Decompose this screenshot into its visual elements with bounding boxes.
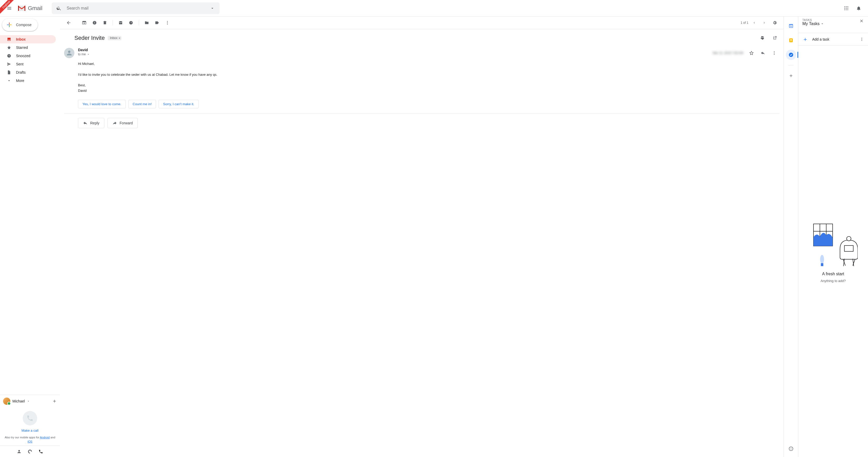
caret-down-icon (820, 22, 824, 26)
svg-point-8 (847, 9, 848, 10)
tasks-addon-button[interactable] (786, 50, 796, 60)
gmail-icon (18, 5, 26, 11)
nav-item-inbox[interactable]: Inbox (0, 35, 56, 44)
chevron-right-icon (762, 21, 767, 25)
apps-button[interactable] (841, 3, 851, 13)
svg-point-26 (791, 448, 791, 448)
folder-icon (145, 21, 149, 25)
android-link[interactable]: Android (40, 436, 50, 439)
file-icon (7, 70, 11, 75)
older-button[interactable] (749, 18, 759, 27)
print-button[interactable] (758, 33, 767, 42)
nav-item-more[interactable]: More (0, 77, 56, 85)
newer-button[interactable] (760, 18, 769, 27)
add-person-button[interactable] (52, 399, 57, 403)
email-subject: Seder Invite (74, 35, 104, 41)
ios-link[interactable]: iOS (28, 440, 32, 443)
label-icon (155, 21, 159, 25)
caret-down-icon (87, 53, 90, 56)
compose-button[interactable]: Compose (2, 19, 38, 31)
label-button[interactable] (152, 18, 162, 27)
nav-item-starred[interactable]: Starred (0, 44, 56, 52)
tasks-menu-button[interactable] (860, 37, 864, 41)
add-task-row[interactable]: ＋ Add a task (798, 33, 868, 46)
message-toolbar: 1 of 1 (60, 17, 783, 29)
svg-rect-36 (821, 263, 824, 266)
svg-point-5 (847, 8, 848, 8)
svg-point-35 (820, 255, 824, 263)
close-tasks-button[interactable] (859, 19, 864, 23)
svg-rect-38 (844, 245, 853, 251)
move-button[interactable] (142, 18, 151, 27)
search-options-button[interactable] (207, 3, 218, 13)
plus-colored-icon (6, 22, 12, 28)
smart-reply-button[interactable]: Sorry, I can't make it. (159, 100, 199, 108)
hangouts-footer-tabs (0, 446, 60, 457)
add-task-label: Add a task (812, 37, 829, 41)
notifications-button[interactable] (854, 3, 864, 13)
email-body: Hi Michael, I'd like to invite you to ce… (64, 59, 779, 93)
gear-icon (772, 21, 777, 25)
svg-point-6 (844, 9, 845, 10)
person-icon (66, 49, 73, 57)
reply-icon-button[interactable] (758, 48, 768, 58)
expand-icon (7, 78, 11, 83)
open-new-window-button[interactable] (770, 33, 779, 42)
more-vert-icon (165, 21, 170, 25)
star-icon (749, 51, 754, 55)
recipients-button[interactable]: to me (78, 53, 709, 56)
plus-icon (52, 399, 57, 403)
svg-point-4 (846, 8, 846, 8)
snooze-button[interactable] (126, 18, 135, 27)
inbox-label-chip[interactable]: Inbox × (108, 36, 121, 40)
calendar-addon-button[interactable]: 31 (786, 21, 796, 31)
delete-button[interactable] (100, 18, 110, 27)
search-input[interactable] (66, 6, 205, 11)
main-content: 1 of 1 Seder Invite Inbox × (60, 17, 784, 457)
close-icon (859, 19, 864, 23)
nav-item-sent[interactable]: Sent (0, 60, 56, 68)
nav-label: Sent (16, 62, 24, 66)
nav-item-drafts[interactable]: Drafts (0, 68, 56, 77)
print-icon (760, 36, 765, 40)
star-button[interactable] (746, 48, 757, 58)
hangouts-header[interactable]: Michael (0, 395, 60, 405)
nav-label: Inbox (16, 37, 26, 41)
spam-button[interactable] (90, 18, 99, 27)
sender-row: David to me Mar 13, 2019 7:00 AM (64, 46, 779, 59)
plus-icon (789, 74, 793, 78)
settings-button[interactable] (770, 18, 779, 27)
smart-reply-button[interactable]: Yes, I would love to come. (78, 100, 126, 108)
reply-button[interactable]: Reply (78, 118, 104, 128)
archive-button[interactable] (80, 18, 89, 27)
hangouts-tab[interactable] (28, 449, 32, 454)
side-icon-rail: 31 (784, 17, 798, 457)
nav-label: Snoozed (16, 54, 30, 58)
back-button[interactable] (64, 18, 73, 27)
phone-tab[interactable] (38, 449, 43, 454)
gmail-logo[interactable]: Gmail (18, 5, 42, 11)
tasks-empty-state: A fresh start Anything to add? (798, 46, 868, 457)
search-button[interactable] (54, 3, 64, 13)
keep-addon-button[interactable] (786, 35, 796, 46)
smart-replies: Yes, I would love to come.Count me in!So… (64, 93, 779, 113)
info-button[interactable] (786, 444, 796, 454)
nav-label: More (16, 79, 24, 83)
contacts-tab[interactable] (17, 449, 22, 454)
svg-point-23 (789, 53, 793, 57)
tasks-list-selector[interactable]: My Tasks (802, 22, 824, 26)
open-external-icon (772, 36, 777, 40)
forward-button[interactable]: Forward (107, 118, 138, 128)
more-button[interactable] (163, 18, 172, 27)
get-addons-button[interactable] (786, 70, 796, 81)
smart-reply-button[interactable]: Count me in! (128, 100, 156, 108)
bell-icon (856, 6, 861, 11)
make-call-link[interactable]: Make a call (22, 429, 38, 432)
mark-unread-button[interactable] (116, 18, 125, 27)
nav-item-snoozed[interactable]: Snoozed (0, 52, 56, 60)
svg-text:31: 31 (790, 25, 792, 27)
remove-label-button[interactable]: × (119, 36, 121, 40)
message-more-button[interactable] (769, 48, 779, 58)
svg-point-0 (844, 6, 845, 7)
search-bar[interactable] (52, 2, 220, 14)
